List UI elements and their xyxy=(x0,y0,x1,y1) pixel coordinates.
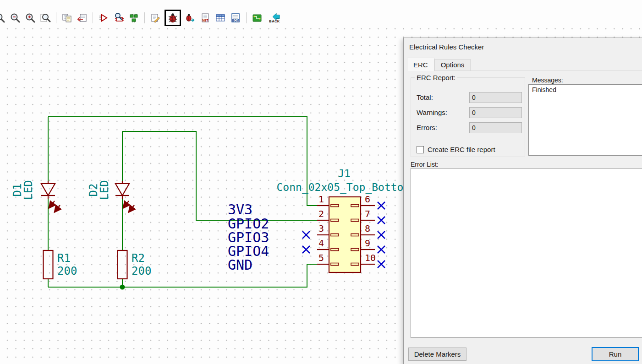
r1-value[interactable]: 200 xyxy=(57,265,77,277)
toolbar-separator xyxy=(144,12,145,23)
zoom-redraw-icon[interactable] xyxy=(0,12,6,24)
toolbar-separator xyxy=(246,12,247,23)
back-annotate-label: BACK xyxy=(269,20,280,23)
symbol-fields-table-icon[interactable] xyxy=(214,12,226,24)
errors-row: Errors: 0 xyxy=(411,122,525,134)
run-button[interactable]: Run xyxy=(592,347,639,361)
erc-report-label: ERC Report: xyxy=(415,74,457,81)
led-d1[interactable]: D1 LED xyxy=(11,180,60,212)
erc-report-group: ERC Report: Total: 0 Warnings: 0 Errors:… xyxy=(411,77,525,157)
toolbar-separator xyxy=(56,12,56,23)
messages-content: Finished xyxy=(532,86,641,93)
hierarchy-navigator-icon[interactable] xyxy=(61,12,73,24)
erc-highlight-box xyxy=(165,10,181,26)
total-field[interactable]: 0 xyxy=(469,92,522,103)
pin-number: 8 xyxy=(365,223,370,234)
zoom-out-icon[interactable] xyxy=(9,12,21,24)
edit-symbol-fields-icon[interactable] xyxy=(149,12,161,24)
toolbar-separator xyxy=(93,12,93,23)
pin-number: 5 xyxy=(318,252,324,263)
total-row: Total: 0 xyxy=(411,92,525,103)
led-d2[interactable]: D2 LED xyxy=(87,180,134,212)
leave-sheet-icon[interactable] xyxy=(76,12,88,24)
symbol-library-browser-icon[interactable] xyxy=(113,12,125,24)
tab-options[interactable]: Options xyxy=(434,59,471,71)
checkbox-box[interactable] xyxy=(417,146,424,153)
erc-icon[interactable] xyxy=(167,12,179,24)
warnings-row: Warnings: 0 xyxy=(411,107,525,119)
pin-number: 10 xyxy=(365,252,376,263)
checkbox-label: Create ERC file report xyxy=(428,146,495,153)
netlist-icon[interactable]: NET xyxy=(199,12,211,24)
pcbnew-icon[interactable] xyxy=(251,12,263,24)
top-toolbar: NET BOM BACK xyxy=(0,0,642,27)
erc-details-icon[interactable] xyxy=(184,12,196,24)
pin-number: 6 xyxy=(365,194,370,205)
pin-number: 9 xyxy=(365,238,370,249)
j1-reference[interactable]: J1 xyxy=(338,168,351,179)
total-label: Total: xyxy=(417,92,433,103)
pin-number: 4 xyxy=(318,238,324,249)
wire-net[interactable] xyxy=(48,117,317,287)
messages-box[interactable]: Finished xyxy=(528,84,642,156)
j1-value[interactable]: Conn_02x05_Top_Botto xyxy=(277,181,403,194)
zoom-fit-icon[interactable] xyxy=(39,12,51,24)
error-list[interactable] xyxy=(411,168,642,338)
annotate-icon[interactable] xyxy=(98,12,110,24)
erc-dialog: Electrical Rules Checker ERC Options ERC… xyxy=(403,38,642,364)
zoom-in-icon[interactable] xyxy=(24,12,36,24)
schematic-drawing: D1 LED D2 LED R1 200 R2 200 xyxy=(0,27,403,364)
delete-markers-button[interactable]: Delete Markers xyxy=(408,348,466,361)
tab-strip: ERC Options xyxy=(407,58,642,71)
resistor-r2[interactable]: R2 200 xyxy=(118,250,152,279)
warnings-field[interactable]: 0 xyxy=(469,107,522,118)
resistor-r1[interactable]: R1 200 xyxy=(44,250,77,279)
net-label-gnd[interactable]: GND xyxy=(228,257,252,273)
d1-value[interactable]: LED xyxy=(22,180,35,200)
r2-reference[interactable]: R2 xyxy=(132,252,145,265)
net-label-3v3[interactable]: 3V3 xyxy=(228,201,252,217)
errors-label: Errors: xyxy=(417,122,437,134)
d2-value[interactable]: LED xyxy=(98,180,111,200)
tab-erc[interactable]: ERC xyxy=(407,58,434,71)
bom-icon[interactable]: BOM xyxy=(230,12,241,24)
r1-reference[interactable]: R1 xyxy=(57,252,71,265)
netlist-label: NET xyxy=(203,19,209,22)
bom-label: BOM xyxy=(232,19,239,22)
symbol-library-editor-icon[interactable] xyxy=(128,12,140,24)
error-list-label: Error List: xyxy=(411,161,439,168)
pin-number: 7 xyxy=(365,208,370,219)
messages-label: Messages: xyxy=(532,76,563,84)
pin-number: 2 xyxy=(318,208,324,219)
back-annotate-icon[interactable]: BACK xyxy=(266,12,283,23)
pin-number: 1 xyxy=(318,194,324,205)
errors-field[interactable]: 0 xyxy=(469,122,522,133)
junction-dot xyxy=(120,285,125,290)
r2-value[interactable]: 200 xyxy=(132,265,151,277)
warnings-label: Warnings: xyxy=(417,107,447,119)
create-erc-report-checkbox[interactable]: Create ERC file report xyxy=(417,146,495,153)
pin-number: 3 xyxy=(318,223,324,234)
dialog-title: Electrical Rules Checker xyxy=(409,43,484,51)
